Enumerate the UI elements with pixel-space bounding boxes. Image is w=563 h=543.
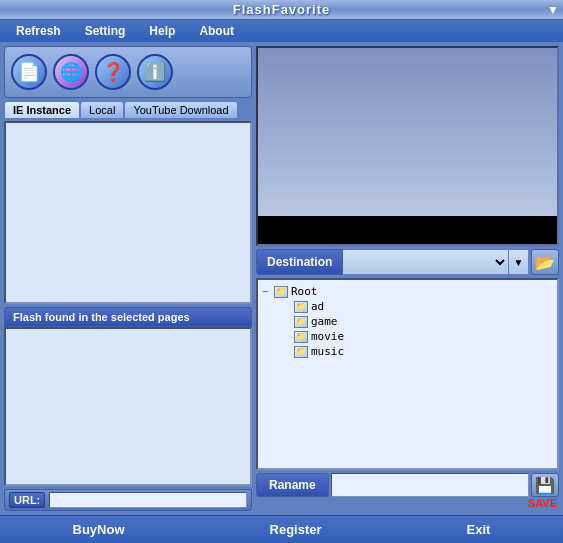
exit-button[interactable]: Exit (447, 520, 511, 539)
flash-found-header: Flash found in the selected pages (4, 307, 252, 327)
tree-item-music[interactable]: 📁 music (262, 344, 553, 359)
rename-save-area: Raname 💾 SAVE (256, 473, 559, 511)
folder-icon-game: 📁 (294, 316, 308, 328)
folder-icon-music: 📁 (294, 346, 308, 358)
url-input[interactable] (49, 492, 247, 508)
url-bar: URL: (4, 489, 252, 511)
preview-black-bar (258, 216, 557, 244)
title-bar: FlashFavorite ▼ (0, 0, 563, 20)
destination-select[interactable] (343, 249, 509, 275)
folder-icon-root: 📁 (274, 286, 288, 298)
tab-youtube-download[interactable]: YouTube Download (124, 101, 237, 118)
tree-label-game: game (311, 315, 338, 328)
menu-bar: Refresh Setting Help About (0, 20, 563, 42)
tree-expand-music (282, 346, 294, 357)
destination-label: Destination (256, 249, 343, 275)
main-content: 📄 🌐 ❓ ℹ️ IE Instance Local YouTube Downl… (0, 42, 563, 515)
destination-browse-btn[interactable]: 📂 (531, 249, 559, 275)
tree-item-ad[interactable]: 📁 ad (262, 299, 553, 314)
tree-label-movie: movie (311, 330, 344, 343)
destination-row: Destination ▼ 📂 (256, 249, 559, 275)
tabs-row: IE Instance Local YouTube Download (4, 101, 252, 118)
tree-label-ad: ad (311, 300, 324, 313)
folder-icon-movie: 📁 (294, 331, 308, 343)
left-panel: 📄 🌐 ❓ ℹ️ IE Instance Local YouTube Downl… (4, 46, 252, 511)
rename-input[interactable] (331, 473, 529, 497)
bottom-bar: BuyNow Register Exit (0, 515, 563, 543)
folder-tree: − 📁 Root 📁 ad 📁 game 📁 movie (256, 278, 559, 470)
tab-local[interactable]: Local (80, 101, 124, 118)
toolbar: 📄 🌐 ❓ ℹ️ (4, 46, 252, 98)
url-label: URL: (9, 492, 45, 508)
buynow-button[interactable]: BuyNow (53, 520, 145, 539)
save-label: SAVE (528, 497, 559, 511)
rename-button[interactable]: Raname (256, 473, 329, 497)
toolbar-info-btn[interactable]: ℹ️ (137, 54, 173, 90)
preview-area (256, 46, 559, 246)
ie-instance-list (4, 121, 252, 304)
register-button[interactable]: Register (250, 520, 342, 539)
tree-item-root[interactable]: − 📁 Root (262, 284, 553, 299)
tree-expand-game (282, 316, 294, 327)
toolbar-page-btn[interactable]: 📄 (11, 54, 47, 90)
folder-icon-ad: 📁 (294, 301, 308, 313)
toolbar-web-btn[interactable]: 🌐 (53, 54, 89, 90)
tree-label-music: music (311, 345, 344, 358)
app-title: FlashFavorite (233, 2, 331, 17)
flash-found-list (4, 327, 252, 486)
right-panel: Destination ▼ 📂 − 📁 Root 📁 ad (256, 46, 559, 511)
tree-expand-ad (282, 301, 294, 312)
rename-row: Raname 💾 (256, 473, 559, 497)
tree-expand-movie (282, 331, 294, 342)
tab-ie-instance[interactable]: IE Instance (4, 101, 80, 118)
save-icon: 💾 (535, 476, 555, 495)
menu-setting[interactable]: Setting (73, 22, 138, 40)
menu-about[interactable]: About (187, 22, 246, 40)
left-bottom: Flash found in the selected pages (4, 307, 252, 486)
save-label-row: SAVE (256, 497, 559, 511)
tree-label-root: Root (291, 285, 318, 298)
tree-expand-root: − (262, 286, 274, 297)
folder-icon: 📂 (535, 253, 555, 272)
tree-item-game[interactable]: 📁 game (262, 314, 553, 329)
tree-item-movie[interactable]: 📁 movie (262, 329, 553, 344)
menu-help[interactable]: Help (137, 22, 187, 40)
menu-refresh[interactable]: Refresh (4, 22, 73, 40)
destination-dropdown-arrow[interactable]: ▼ (509, 249, 529, 275)
corner-arrow-icon: ▼ (547, 3, 559, 17)
save-button[interactable]: 💾 (531, 473, 559, 497)
toolbar-help-btn[interactable]: ❓ (95, 54, 131, 90)
